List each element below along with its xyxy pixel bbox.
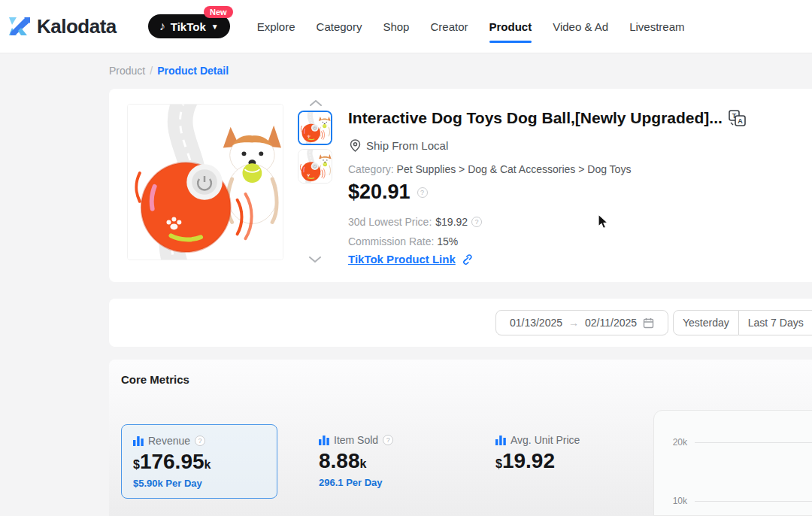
category-path: Pet Supplies > Dog & Cat Accessories > D…	[397, 163, 632, 175]
metric-card-avg-unit-price[interactable]: Avg. Unit Price $19.92	[484, 424, 641, 483]
range-label: Yesterday	[683, 317, 729, 329]
translate-icon[interactable]: T A	[729, 110, 747, 126]
top-navbar: Kalodata ♪ TikTok ▼ New Explore Category…	[0, 0, 812, 53]
metrics-chart-panel: 20k 10k	[653, 410, 812, 516]
commission-label: Commission Rate:	[348, 235, 434, 247]
metric-per-day: 296.1 Per Day	[319, 477, 453, 488]
range-label: Last 7 Days	[748, 317, 804, 329]
product-title: Interactive Dog Toys Dog Ball,[Newly Upg…	[348, 109, 812, 127]
svg-text:A: A	[738, 117, 743, 125]
commission-value: 15%	[437, 235, 458, 247]
category-row: Category: Pet Supplies > Dog & Cat Acces…	[348, 163, 631, 175]
tiktok-product-link[interactable]: TikTok Product Link	[348, 253, 456, 266]
metric-label: Item Sold	[334, 434, 378, 446]
nav-item-category[interactable]: Category	[306, 13, 373, 41]
breadcrumb-separator: /	[150, 65, 153, 77]
metric-card-revenue[interactable]: Revenue ? $176.95k $5.90k Per Day	[121, 424, 277, 499]
nav-label: Creator	[430, 20, 468, 33]
nav-item-livestream[interactable]: Livestream	[619, 13, 695, 41]
metric-label: Avg. Unit Price	[511, 434, 580, 446]
quick-range-group: Yesterday Last 7 Days	[673, 310, 812, 335]
main-nav: Explore Category Shop Creator Product Vi…	[247, 13, 695, 41]
date-filter-toolbar: 01/13/2025 → 02/11/2025 Yesterday Last 7…	[109, 299, 812, 347]
lowest-price-value: $19.92	[435, 216, 468, 228]
location-pin-icon	[350, 139, 361, 152]
chevron-down-icon: ▼	[211, 23, 219, 31]
value-unit: k	[360, 457, 367, 470]
nav-item-explore[interactable]: Explore	[247, 13, 306, 41]
logo-text: Kalodata	[37, 15, 117, 38]
metric-value: 8.88k	[319, 450, 453, 473]
product-price: $20.91	[348, 181, 411, 204]
metric-value: $176.95k	[133, 451, 265, 474]
metric-label-row: Revenue ?	[133, 435, 265, 447]
kalodata-logo[interactable]: Kalodata	[8, 15, 117, 38]
tiktok-note-icon: ♪	[159, 20, 165, 32]
date-end: 02/11/2025	[585, 317, 637, 329]
value-unit: k	[205, 458, 211, 471]
chevron-down-icon[interactable]	[308, 256, 322, 263]
metric-label-row: Item Sold ?	[319, 434, 453, 446]
range-last7-button[interactable]: Last 7 Days	[739, 310, 812, 335]
nav-label: Product	[489, 20, 532, 33]
value-number: 8.88	[319, 449, 360, 472]
tiktok-selector-label: TikTok	[171, 20, 206, 33]
price-help-icon[interactable]: ?	[417, 187, 428, 198]
calendar-icon	[643, 317, 654, 329]
nav-label: Livestream	[629, 20, 684, 33]
nav-item-creator[interactable]: Creator	[420, 13, 478, 41]
y-axis-tick: 10k	[665, 496, 687, 506]
core-metrics-title: Core Metrics	[121, 373, 189, 386]
metric-label-row: Avg. Unit Price	[495, 434, 629, 446]
metric-card-item-sold[interactable]: Item Sold ? 8.88k 296.1 Per Day	[308, 424, 464, 498]
price-row: $20.91 ?	[348, 181, 428, 204]
bar-chart-icon	[133, 436, 144, 446]
new-badge: New	[204, 6, 233, 18]
tiktok-region-selector[interactable]: ♪ TikTok ▼ New	[148, 14, 230, 38]
currency-prefix: $	[133, 458, 140, 471]
breadcrumb: Product/Product Detail	[109, 65, 229, 77]
gridline	[695, 442, 812, 443]
product-summary-card: Interactive Dog Toys Dog Ball,[Newly Upg…	[109, 89, 812, 282]
nav-label: Video & Ad	[553, 20, 608, 33]
external-link-icon[interactable]	[460, 253, 472, 266]
kalodata-logo-icon	[8, 16, 32, 37]
bar-chart-icon	[319, 436, 329, 445]
metric-label: Revenue	[148, 435, 190, 447]
thumbnail-2[interactable]	[298, 149, 332, 184]
value-number: 176.95	[140, 450, 205, 473]
core-metrics-section: Core Metrics Revenue ? $176.95k $5.90k P…	[109, 360, 812, 516]
date-range-picker[interactable]: 01/13/2025 → 02/11/2025	[495, 310, 668, 335]
value-number: 19.92	[502, 449, 555, 472]
thumbnail-list	[298, 98, 334, 187]
nav-item-shop[interactable]: Shop	[372, 13, 420, 41]
category-label: Category:	[348, 163, 394, 175]
tiktok-link-row: TikTok Product Link	[348, 253, 472, 266]
revenue-help-icon[interactable]: ?	[195, 436, 205, 446]
ship-from-label: Ship From Local	[366, 139, 448, 152]
date-range-arrow: →	[568, 317, 579, 329]
bar-chart-icon	[495, 436, 506, 445]
chevron-up-icon[interactable]	[309, 99, 323, 107]
lowest-price-help-icon[interactable]: ?	[471, 217, 482, 227]
date-start: 01/13/2025	[510, 317, 562, 329]
nav-item-video-ad[interactable]: Video & Ad	[542, 13, 619, 41]
nav-label: Shop	[383, 20, 409, 33]
item-sold-help-icon[interactable]: ?	[383, 435, 393, 445]
range-yesterday-button[interactable]: Yesterday	[673, 310, 739, 335]
lowest-price-label: 30d Lowest Price:	[348, 216, 432, 228]
nav-label: Category	[317, 20, 362, 33]
product-main-image[interactable]	[127, 104, 283, 260]
gridline	[695, 501, 812, 502]
y-axis-tick: 20k	[665, 437, 687, 448]
commission-row: Commission Rate: 15%	[348, 235, 458, 247]
nav-item-product[interactable]: Product	[479, 13, 543, 41]
ship-from-row: Ship From Local	[350, 139, 448, 152]
active-tab-underline	[489, 41, 532, 43]
breadcrumb-product-link[interactable]: Product	[109, 65, 145, 77]
breadcrumb-current: Product Detail	[157, 65, 229, 77]
nav-label: Explore	[257, 20, 295, 33]
thumbnail-1-selected[interactable]	[298, 111, 332, 145]
lowest-price-row: 30d Lowest Price: $19.92 ?	[348, 216, 482, 228]
metric-per-day: $5.90k Per Day	[133, 478, 265, 489]
